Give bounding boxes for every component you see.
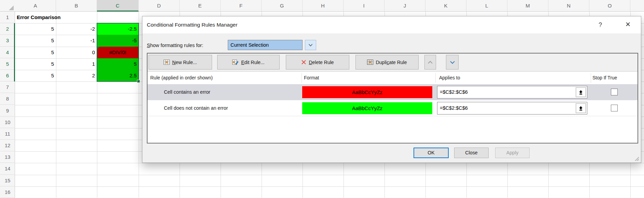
- resize-grip[interactable]: [634, 156, 639, 161]
- collapse-dialog-button[interactable]: [576, 103, 586, 113]
- combobox-dropdown-button[interactable]: [305, 40, 316, 50]
- column-header-rule: Rule (applied in order shown): [150, 72, 213, 84]
- duplicate-rule-grid-icon: [367, 60, 373, 65]
- row-header-6[interactable]: 6: [0, 70, 15, 81]
- header-separator: [591, 73, 591, 83]
- cell-A1[interactable]: Error Comparison: [15, 12, 97, 23]
- row-header-14[interactable]: 14: [0, 163, 15, 174]
- row-header-9[interactable]: 9: [0, 105, 15, 117]
- cell-B2[interactable]: -2: [56, 23, 97, 35]
- column-header-A[interactable]: A: [15, 0, 56, 12]
- excel-window: ABCDEFGHIJKLMNO12345678910111213141516Er…: [0, 0, 644, 198]
- cell-C6[interactable]: 2.5: [97, 70, 139, 81]
- cell-C5[interactable]: 5: [97, 58, 139, 70]
- rules-panel: New Rule... Edit Rule... Delete Rule Dup…: [147, 53, 638, 143]
- chevron-down-icon: [450, 61, 455, 64]
- delete-rule-label: Delete Rule: [309, 60, 334, 65]
- column-header-M[interactable]: M: [507, 0, 548, 12]
- column-header-D[interactable]: D: [139, 0, 180, 12]
- row-header-10[interactable]: 10: [0, 117, 15, 128]
- rules-toolbar: New Rule... Edit Rule... Delete Rule Dup…: [148, 54, 638, 72]
- column-header-K[interactable]: K: [425, 0, 466, 12]
- row-header-11[interactable]: 11: [0, 128, 15, 140]
- cell-C2[interactable]: -2.5: [97, 23, 139, 35]
- row-header-5[interactable]: 5: [0, 58, 15, 70]
- cell-A2[interactable]: 5: [15, 23, 56, 35]
- gridline: [15, 163, 644, 163]
- edit-rule-button[interactable]: Edit Rule...: [217, 55, 280, 70]
- rules-list: Rule (applied in order shown) Format App…: [148, 72, 638, 143]
- row-header-15[interactable]: 15: [0, 175, 15, 186]
- duplicate-rule-label: Duplicate Rule: [376, 60, 407, 65]
- ok-button[interactable]: OK: [414, 148, 449, 158]
- cell-B3[interactable]: -1: [56, 35, 97, 46]
- column-header-J[interactable]: J: [384, 0, 425, 12]
- error-indicator-triangle: [97, 47, 100, 49]
- stop-if-true-checkbox[interactable]: [611, 105, 618, 111]
- applies-to-input[interactable]: =$C$2:$C$6: [437, 102, 587, 115]
- duplicate-rule-button[interactable]: Duplicate Rule: [355, 55, 419, 70]
- close-button[interactable]: Close: [454, 148, 489, 158]
- rule-row-cell-does-not-contain-error[interactable]: Cell does not contain an error AaBbCcYyZ…: [148, 100, 638, 116]
- cell-B5[interactable]: 1: [56, 58, 97, 70]
- collapse-range-icon: [578, 90, 583, 95]
- cell-A6[interactable]: 5: [15, 70, 56, 81]
- column-header-I[interactable]: I: [344, 0, 384, 12]
- cell-C4[interactable]: #DIV/0!: [97, 47, 139, 58]
- row-header-12[interactable]: 12: [0, 140, 15, 151]
- row-header-7[interactable]: 7: [0, 81, 15, 93]
- help-icon[interactable]: ?: [594, 16, 606, 33]
- fill-handle[interactable]: [137, 80, 140, 83]
- applies-to-input[interactable]: =$C$2:$C$6: [437, 86, 587, 98]
- show-formatting-rules-label: Show formatting rules for:: [147, 42, 203, 49]
- row-header-3[interactable]: 3: [0, 35, 15, 46]
- column-header-format: Format: [304, 72, 319, 84]
- close-icon[interactable]: ✕: [620, 16, 635, 33]
- cell-C3[interactable]: -5: [97, 35, 139, 46]
- apply-button[interactable]: Apply: [495, 148, 530, 158]
- gridline: [15, 186, 644, 187]
- chevron-down-icon: [308, 44, 313, 47]
- row-header-8[interactable]: 8: [0, 93, 15, 105]
- applies-to-value: =$C$2:$C$6: [440, 102, 468, 114]
- collapse-range-icon: [578, 106, 583, 111]
- stop-if-true-checkbox[interactable]: [611, 89, 618, 95]
- move-rule-down-button[interactable]: [446, 55, 459, 70]
- edit-rule-label: Edit Rule...: [241, 60, 264, 65]
- cell-B6[interactable]: 2: [56, 70, 97, 81]
- cell-A4[interactable]: 5: [15, 47, 56, 58]
- column-header-G[interactable]: G: [262, 0, 303, 12]
- rule-name: Cell does not contain an error: [164, 100, 228, 116]
- row-header-16[interactable]: 16: [0, 186, 15, 198]
- row-header-13[interactable]: 13: [0, 151, 15, 163]
- cell-A3[interactable]: 5: [15, 35, 56, 46]
- rule-format-preview: AaBbCcYyZz: [302, 86, 432, 98]
- select-all-corner[interactable]: [9, 5, 14, 10]
- move-rule-up-button[interactable]: [424, 55, 436, 70]
- delete-rule-button[interactable]: Delete Rule: [286, 55, 349, 70]
- cell-A5[interactable]: 5: [15, 58, 56, 70]
- chevron-up-icon: [428, 61, 433, 64]
- rule-row-cell-contains-error[interactable]: Cell contains an error AaBbCcYyZz =$C$2:…: [148, 84, 638, 100]
- cell-B4[interactable]: 0: [56, 47, 97, 58]
- new-rule-button[interactable]: New Rule...: [149, 55, 212, 70]
- show-rules-for-combobox[interactable]: Current Selection: [228, 40, 303, 50]
- new-rule-label: New Rule...: [172, 60, 197, 65]
- column-header-E[interactable]: E: [180, 0, 221, 12]
- column-header-B[interactable]: B: [56, 0, 97, 12]
- column-header-F[interactable]: F: [221, 0, 262, 12]
- column-header-C[interactable]: C: [97, 0, 139, 12]
- row-header-4[interactable]: 4: [0, 47, 15, 58]
- edit-rule-pencil-icon: [232, 60, 239, 65]
- column-header-O[interactable]: O: [589, 0, 630, 12]
- gridline: [15, 175, 644, 175]
- dialog-titlebar[interactable]: Conditional Formatting Rules Manager ? ✕: [142, 16, 641, 33]
- column-header-L[interactable]: L: [466, 0, 507, 12]
- column-header-N[interactable]: N: [548, 0, 589, 12]
- row-header-1[interactable]: 1: [0, 12, 15, 23]
- column-header-H[interactable]: H: [303, 0, 344, 12]
- collapse-dialog-button[interactable]: [576, 87, 586, 97]
- show-rules-for-value: Current Selection: [228, 40, 302, 50]
- delete-rule-x-icon: [301, 60, 306, 65]
- row-header-2[interactable]: 2: [0, 23, 15, 35]
